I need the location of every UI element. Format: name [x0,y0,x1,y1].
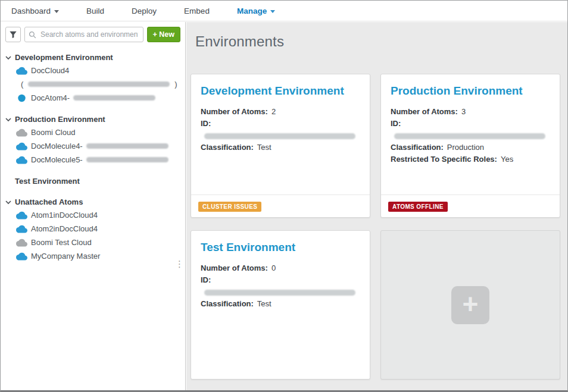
filter-button[interactable] [5,27,21,42]
field-value: Yes [501,155,513,164]
new-button[interactable]: + New [147,27,180,42]
redacted-text [86,157,168,162]
paren-close: ) [174,80,177,89]
tree-item-docatom4[interactable]: DocAtom4- [5,91,182,105]
nav-item-embed[interactable]: Embed [184,7,210,15]
paren-open: ( [21,80,23,89]
status-badge: CLUSTER ISSUES [198,202,261,212]
tree-item-atom1indoccloud4[interactable]: Atom1inDocCloud4 [5,208,182,222]
nav-item-label: Manage [237,7,267,15]
nav-item-label: Deploy [132,7,157,15]
field-value: 3 [461,107,466,116]
card-field: ID: [201,118,360,142]
tree-item-redacted-line: () [5,77,182,91]
atom-blue-icon [16,94,27,102]
tree-item-label: DocMolecule4- [31,142,83,150]
field-label: ID: [201,275,211,284]
sidebar-resize-handle[interactable]: ⋮ [175,261,184,267]
tree-item-atom2indoccloud4[interactable]: Atom2inDocCloud4 [5,222,182,236]
chevron-down-icon[interactable] [5,117,11,122]
field-label: Number of Atoms: [201,264,268,272]
tree-item-label: Boomi Cloud [31,128,75,137]
environment-card-title[interactable]: Production Environment [391,84,550,98]
tree-item-boomi-cloud[interactable]: Boomi Cloud [5,126,182,139]
top-nav: DashboardBuildDeployEmbedManage [1,1,567,21]
tree-item-boomi-test-cloud[interactable]: Boomi Test Cloud [5,236,182,249]
tree-group-test-environment[interactable]: Test Environment [5,175,182,187]
card-body: Test EnvironmentNumber of Atoms:0ID:Clas… [191,231,370,379]
status-badge: ATOMS OFFLINE [388,202,448,212]
cloud-gray-icon [16,128,27,137]
redacted-id [204,290,355,296]
cloud-blue-icon [16,252,27,261]
plus-icon: + [463,290,479,318]
add-environment-card: + [380,230,560,380]
environment-card-title[interactable]: Development Environment [201,84,360,98]
field-value: Production [447,143,484,152]
field-label: ID: [201,119,211,128]
tree-group: Unattached AtomsAtom1inDocCloud4Atom2inD… [5,196,182,263]
card-footer: CLUSTER ISSUES [191,195,370,217]
tree-item-label: Boomi Test Cloud [31,238,92,247]
field-label: Restricted To Specific Roles: [391,155,497,164]
environment-card-test-environment: Test EnvironmentNumber of Atoms:0ID:Clas… [191,230,370,380]
tree-item-doccloud4[interactable]: DocCloud4 [5,64,182,77]
tree-group-label: Production Environment [15,115,105,124]
tree-item-docmolecule4[interactable]: DocMolecule4- [5,139,182,153]
tree-group-production-environment[interactable]: Production Environment [5,113,182,126]
nav-item-dashboard[interactable]: Dashboard [11,7,59,15]
search-box [24,27,143,42]
search-input[interactable] [39,30,139,39]
card-body: Development EnvironmentNumber of Atoms:2… [191,74,370,195]
tree-item-label: DocCloud4 [31,66,69,75]
environment-card-title[interactable]: Test Environment [201,241,360,254]
tree-item-docmolecule5[interactable]: DocMolecule5- [5,153,182,167]
tree-item-label: Atom2inDocCloud4 [31,224,98,233]
field-label: ID: [391,119,401,128]
environment-card-development-environment: Development EnvironmentNumber of Atoms:2… [191,74,370,218]
redacted-text [73,95,155,101]
main-panel: Environments Development EnvironmentNumb… [186,22,567,390]
nav-item-label: Build [86,7,104,15]
field-label: Number of Atoms: [391,107,458,116]
environment-tree: Development EnvironmentDocCloud4()DocAto… [1,46,185,263]
redacted-id [204,133,355,139]
chevron-down-icon [270,10,275,13]
tree-item-label: DocAtom4- [31,93,70,102]
tree-group: Test Environment [5,175,182,187]
tree-item-label: MyCompany Master [31,252,100,261]
tree-group-development-environment[interactable]: Development Environment [5,51,182,64]
field-label: Classification: [391,143,444,152]
chevron-down-icon[interactable] [5,55,11,60]
card-field: Number of Atoms:0 [201,262,360,274]
card-field: Restricted To Specific Roles:Yes [391,153,550,165]
card-field: Number of Atoms:3 [391,106,550,118]
cards-grid: Development EnvironmentNumber of Atoms:2… [191,74,567,380]
add-environment-button[interactable]: + [451,286,489,324]
card-footer: ATOMS OFFLINE [381,195,560,217]
nav-item-manage[interactable]: Manage [237,7,275,15]
chevron-down-icon[interactable] [5,200,11,205]
card-field: ID: [391,118,550,142]
cloud-blue-icon [16,67,27,75]
nav-item-deploy[interactable]: Deploy [132,7,157,15]
sidebar-toolbar: + New [1,22,185,46]
tree-group-unattached-atoms[interactable]: Unattached Atoms [5,196,182,208]
filter-funnel-icon [9,30,17,39]
tree-item-label: DocMolecule5- [31,155,83,164]
tree-group: Development EnvironmentDocCloud4()DocAto… [5,51,182,105]
field-value: 0 [271,264,276,272]
nav-item-label: Dashboard [11,7,51,15]
field-value: Test [257,143,271,152]
redacted-text [28,81,170,87]
tree-item-mycompany-master[interactable]: MyCompany Master [5,249,182,263]
nav-item-build[interactable]: Build [86,7,104,15]
nav-item-label: Embed [184,7,210,15]
card-field: Number of Atoms:2 [201,106,360,118]
redacted-text [86,143,168,149]
cloud-blue-icon [16,225,27,233]
cloud-blue-icon [16,142,27,150]
card-field: ID: [201,274,360,298]
field-label: Classification: [201,143,254,152]
card-body: Production EnvironmentNumber of Atoms:3I… [381,74,560,195]
